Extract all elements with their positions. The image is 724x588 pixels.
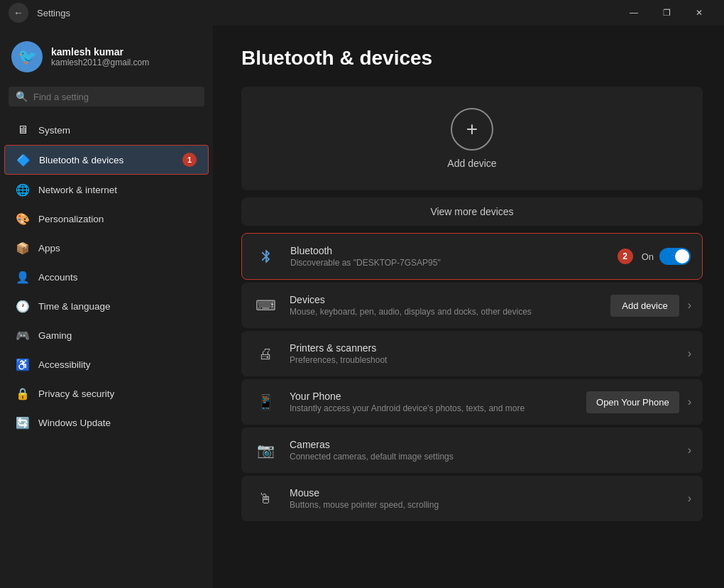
cameras-title: Cameras (290, 439, 676, 450)
titlebar: ← Settings — ❐ ✕ (0, 0, 724, 26)
sidebar-item-time[interactable]: 🕐 Time & language (4, 292, 209, 320)
bluetooth-row-icon (253, 244, 279, 269)
add-device-card[interactable]: + Add device (241, 87, 703, 190)
sidebar-item-personalization[interactable]: 🎨 Personalization (4, 205, 209, 233)
chevron-icon: › (688, 396, 691, 408)
printers-icon: 🖨 (253, 341, 278, 366)
bluetooth-icon: 🔷 (16, 153, 31, 167)
search-input[interactable] (33, 92, 197, 102)
devices-row[interactable]: ⌨ Devices Mouse, keyboard, pen, audio, d… (241, 283, 703, 328)
step-badge-1: 1 (182, 153, 197, 167)
bluetooth-toggle[interactable] (659, 248, 691, 265)
system-icon: 🖥 (16, 123, 30, 137)
sidebar-item-label: System (38, 125, 70, 136)
step-badge-2: 2 (618, 249, 633, 264)
sidebar-item-apps[interactable]: 📦 Apps (4, 234, 209, 262)
chevron-icon: › (688, 347, 691, 360)
devices-title: Devices (290, 294, 599, 305)
bluetooth-row-right: 2 On (618, 248, 691, 265)
bluetooth-status: On (642, 251, 654, 262)
printers-title: Printers & scanners (290, 342, 676, 354)
network-icon: 🌐 (16, 183, 30, 197)
sidebar-item-label: Accessibility (38, 359, 91, 370)
sidebar-item-accounts[interactable]: 👤 Accounts (4, 263, 209, 291)
view-more-button[interactable]: View more devices (241, 197, 703, 226)
gaming-icon: 🎮 (16, 328, 30, 342)
sidebar-item-label: Network & internet (38, 185, 117, 195)
sidebar-item-label: Time & language (38, 301, 111, 312)
cameras-subtitle: Connected cameras, default image setting… (290, 452, 676, 462)
chevron-icon: › (688, 492, 691, 505)
sidebar-item-label: Apps (38, 243, 60, 254)
yourphone-icon: 📱 (253, 389, 278, 415)
search-icon: 🔍 (16, 91, 28, 102)
user-email: kamlesh2011@gmail.com (51, 58, 149, 67)
main-layout: 🐦 kamlesh kumar kamlesh2011@gmail.com 🔍 … (0, 26, 724, 588)
sidebar-item-label: Accounts (38, 272, 78, 283)
search-box[interactable]: 🔍 (9, 87, 204, 107)
devices-row-text: Devices Mouse, keyboard, pen, audio, dis… (290, 294, 599, 317)
mouse-subtitle: Buttons, mouse pointer speed, scrolling (290, 500, 676, 510)
bluetooth-toggle-area: On (642, 248, 691, 265)
sidebar-item-bluetooth[interactable]: 🔷 Bluetooth & devices 1 (4, 145, 209, 175)
devices-icon: ⌨ (253, 293, 278, 318)
yourphone-title: Your Phone (290, 391, 575, 402)
yourphone-row[interactable]: 📱 Your Phone Instantly access your Andro… (241, 379, 703, 425)
chevron-icon: › (688, 299, 691, 312)
sidebar-item-label: Bluetooth & devices (39, 155, 124, 165)
add-device-label: Add device (447, 158, 496, 169)
printers-row[interactable]: 🖨 Printers & scanners Preferences, troub… (241, 331, 703, 376)
mouse-title: Mouse (290, 487, 676, 499)
sidebar-item-label: Windows Update (38, 418, 111, 428)
mouse-row-text: Mouse Buttons, mouse pointer speed, scro… (290, 487, 676, 510)
yourphone-subtitle: Instantly access your Android device's p… (290, 403, 575, 413)
add-device-circle: + (451, 108, 493, 151)
back-button[interactable]: ← (9, 3, 28, 23)
bluetooth-row[interactable]: Bluetooth Discoverable as "DESKTOP-7GSAP… (241, 233, 703, 280)
app-title: Settings (37, 8, 70, 18)
sidebar-item-update[interactable]: 🔄 Windows Update (4, 408, 209, 437)
bluetooth-row-text: Bluetooth Discoverable as "DESKTOP-7GSAP… (290, 245, 606, 268)
yourphone-row-text: Your Phone Instantly access your Android… (290, 391, 575, 413)
sidebar-item-privacy[interactable]: 🔒 Privacy & security (4, 379, 209, 408)
sidebar-item-gaming[interactable]: 🎮 Gaming (4, 321, 209, 349)
chevron-icon: › (688, 444, 691, 457)
sidebar-item-system[interactable]: 🖥 System (4, 116, 209, 144)
cameras-row[interactable]: 📷 Cameras Connected cameras, default ima… (241, 428, 703, 473)
avatar: 🐦 (11, 41, 43, 72)
user-info: kamlesh kumar kamlesh2011@gmail.com (51, 46, 149, 67)
printers-row-right: › (688, 347, 691, 360)
sidebar-item-network[interactable]: 🌐 Network & internet (4, 175, 209, 204)
accessibility-icon: ♿ (16, 357, 30, 371)
cameras-row-right: › (688, 444, 691, 457)
devices-subtitle: Mouse, keyboard, pen, audio, displays an… (290, 307, 599, 317)
cameras-row-text: Cameras Connected cameras, default image… (290, 439, 676, 462)
bluetooth-subtitle: Discoverable as "DESKTOP-7GSAP95" (290, 258, 606, 268)
window-controls: — ❐ ✕ (618, 0, 715, 26)
page-title: Bluetooth & devices (241, 47, 703, 70)
user-name: kamlesh kumar (51, 46, 149, 58)
sidebar: 🐦 kamlesh kumar kamlesh2011@gmail.com 🔍 … (0, 26, 213, 588)
sidebar-item-accessibility[interactable]: ♿ Accessibility (4, 350, 209, 379)
devices-row-right: Add device › (610, 295, 691, 317)
update-icon: 🔄 (16, 415, 30, 430)
devices-add-button[interactable]: Add device (610, 295, 679, 317)
open-phone-button[interactable]: Open Your Phone (586, 391, 679, 413)
minimize-button[interactable]: — (618, 0, 650, 26)
printers-row-text: Printers & scanners Preferences, trouble… (290, 342, 676, 365)
sidebar-item-label: Gaming (38, 330, 72, 341)
toggle-knob (675, 249, 689, 263)
user-section: 🐦 kamlesh kumar kamlesh2011@gmail.com (0, 34, 213, 84)
mouse-row[interactable]: 🖱 Mouse Buttons, mouse pointer speed, sc… (241, 476, 703, 521)
nav-items: 🖥 System 🔷 Bluetooth & devices 1 🌐 Netwo… (0, 115, 213, 588)
time-icon: 🕐 (16, 299, 30, 313)
sidebar-item-label: Privacy & security (38, 388, 114, 399)
mouse-icon: 🖱 (253, 486, 278, 511)
cameras-icon: 📷 (253, 437, 278, 463)
titlebar-left: ← Settings (9, 3, 70, 23)
yourphone-row-right: Open Your Phone › (586, 391, 691, 413)
close-button[interactable]: ✕ (683, 0, 715, 26)
apps-icon: 📦 (16, 241, 30, 255)
bluetooth-title: Bluetooth (290, 245, 606, 256)
maximize-button[interactable]: ❐ (650, 0, 683, 26)
